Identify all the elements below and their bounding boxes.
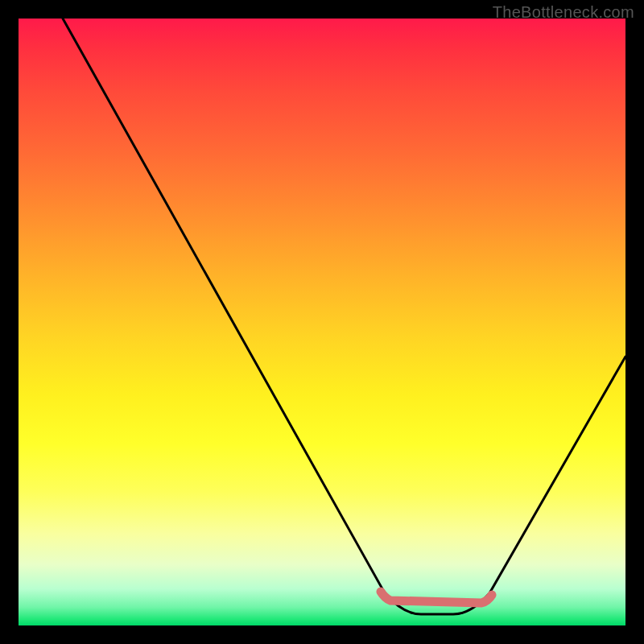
optimal-zone-marker	[381, 592, 492, 603]
watermark-text: TheBottleneck.com	[493, 3, 634, 22]
curves-svg	[19, 19, 625, 625]
plot-area	[19, 19, 625, 625]
bottleneck-curve	[63, 19, 625, 614]
